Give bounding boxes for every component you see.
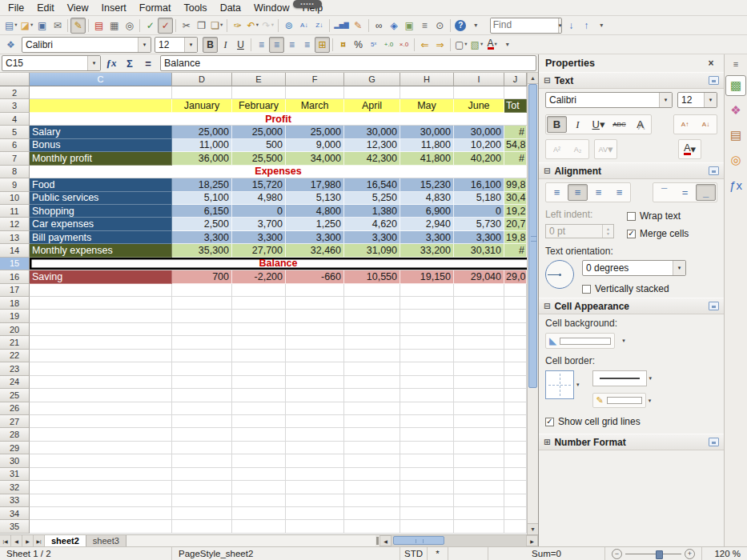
grid-cell[interactable]: 4,800 — [286, 205, 344, 218]
page-style-indicator[interactable]: PageStyle_sheet2 — [172, 547, 400, 560]
total-cell[interactable]: # — [504, 244, 527, 257]
grid-cell[interactable] — [30, 323, 172, 336]
total-cell[interactable]: # — [504, 126, 527, 138]
print-preview-icon[interactable]: ◎ — [122, 18, 137, 34]
grid-cell[interactable]: 29,040 — [454, 270, 504, 283]
percent-icon[interactable]: % — [351, 37, 366, 53]
grid-cell[interactable] — [344, 494, 400, 507]
grid-cell[interactable] — [172, 336, 232, 349]
font-color-icon[interactable]: A▾ — [484, 37, 500, 53]
grid-cell[interactable] — [504, 310, 527, 322]
total-cell[interactable]: 19,8 — [504, 231, 527, 244]
month-header[interactable]: April — [344, 99, 400, 112]
align-center-icon[interactable]: ≡ — [269, 37, 284, 53]
row-header-32[interactable]: 32 — [0, 481, 30, 494]
row-header-20[interactable]: 20 — [0, 323, 30, 336]
grid-cell[interactable]: 15,230 — [400, 178, 454, 191]
zoom-in-icon[interactable]: + — [685, 549, 695, 559]
grid-cell[interactable] — [30, 389, 172, 402]
save-icon[interactable]: ▣ — [34, 18, 50, 34]
hscroll-left-icon[interactable]: ◀ — [380, 535, 392, 546]
grid-cell[interactable] — [454, 350, 504, 362]
orientation-combo[interactable]: 0 degrees ▾ — [582, 260, 686, 276]
grid-cell[interactable] — [344, 454, 400, 467]
scroll-down-icon[interactable]: ▼ — [528, 523, 538, 534]
find-dropdown-icon[interactable]: ▾ — [558, 18, 562, 33]
grid-cell[interactable] — [232, 520, 286, 533]
grid-cell[interactable] — [400, 468, 454, 481]
more-options-icon[interactable] — [709, 166, 719, 175]
grid-cell[interactable] — [30, 468, 172, 481]
underline-icon[interactable]: U — [233, 37, 248, 53]
grid-cell[interactable]: 10,200 — [454, 139, 504, 152]
total-cell[interactable]: 54,8 — [504, 139, 527, 152]
grid-cell[interactable] — [286, 284, 344, 297]
grid-cell[interactable] — [286, 376, 344, 389]
grid-cell[interactable] — [30, 481, 172, 494]
zoom-out-icon[interactable]: − — [612, 549, 622, 559]
grid-cell[interactable]: 3,300 — [454, 231, 504, 244]
grid-cell[interactable] — [400, 415, 454, 428]
grid-cell[interactable]: -660 — [286, 270, 344, 283]
auto-spellcheck-icon[interactable]: ✓ — [158, 18, 173, 34]
grid-cell[interactable] — [286, 323, 344, 336]
grid-cell[interactable]: 30,310 — [454, 244, 504, 257]
export-pdf-icon[interactable]: ▤ — [91, 18, 106, 34]
row-header-16[interactable]: 16 — [0, 270, 30, 283]
insert-mode-indicator[interactable]: STD — [400, 547, 428, 560]
toolbar-overflow-icon[interactable]: ▾ — [468, 18, 484, 34]
sidebar-close-icon[interactable]: × — [705, 58, 717, 69]
sidebar-font-name-dropdown-icon[interactable]: ▾ — [659, 93, 672, 107]
grid-cell[interactable]: 40,200 — [454, 152, 504, 165]
column-header-E[interactable]: E — [232, 73, 286, 86]
row-header-2[interactable]: 2 — [0, 86, 30, 99]
grid-cell[interactable]: 19,150 — [400, 270, 454, 283]
total-cell[interactable]: # — [504, 152, 527, 165]
column-header-G[interactable]: G — [344, 73, 400, 86]
grid-cell[interactable] — [172, 376, 232, 389]
grid-cell[interactable] — [232, 310, 286, 322]
total-cell[interactable]: 29,0 — [504, 270, 527, 283]
grid-cell[interactable] — [344, 468, 400, 481]
row-header-31[interactable]: 31 — [0, 468, 30, 481]
row-header-27[interactable]: 27 — [0, 415, 30, 428]
grid-cell[interactable] — [286, 415, 344, 428]
grid-cell[interactable]: 9,000 — [286, 139, 344, 152]
grid-cell[interactable]: 41,800 — [400, 152, 454, 165]
grid-cell[interactable] — [400, 428, 454, 441]
total-cell[interactable]: 20,7 — [504, 218, 527, 230]
grid-cell[interactable]: 16,100 — [454, 178, 504, 191]
grid-cell[interactable] — [454, 362, 504, 375]
grid-cell[interactable]: 30,000 — [400, 126, 454, 138]
align-right-icon[interactable]: ≡ — [284, 37, 299, 53]
grid-cell[interactable] — [344, 350, 400, 362]
grid-cell[interactable] — [454, 442, 504, 454]
row-header-25[interactable]: 25 — [0, 389, 30, 402]
grid-cell[interactable] — [172, 415, 232, 428]
grid-cell[interactable] — [344, 442, 400, 454]
align-justify-icon[interactable]: ≡ — [609, 184, 629, 201]
grid-cell[interactable] — [30, 310, 172, 322]
align-left-icon[interactable]: ≡ — [254, 37, 269, 53]
grid-cell[interactable]: 11,000 — [172, 139, 232, 152]
menu-data[interactable]: Data — [214, 1, 247, 15]
dropdown-arrow-icon[interactable]: ▾ — [600, 118, 605, 130]
grid-cell[interactable] — [232, 468, 286, 481]
font-name-combo[interactable]: Calibri ▾ — [22, 37, 151, 53]
grid-cell[interactable]: 5,250 — [344, 192, 400, 205]
sidebar-font-size-dropdown-icon[interactable]: ▾ — [704, 93, 717, 107]
align-vcenter-icon[interactable]: = — [675, 184, 695, 201]
sheet-nav-icon-1[interactable]: ◀ — [11, 535, 22, 546]
grid-cell[interactable]: 3,300 — [286, 231, 344, 244]
grid-cell[interactable] — [286, 520, 344, 533]
grid-cell[interactable]: 1,250 — [286, 218, 344, 230]
grid-cell[interactable] — [344, 376, 400, 389]
line-color-button[interactable]: ✎ — [592, 393, 646, 408]
character-shadow-icon[interactable]: A — [630, 116, 650, 133]
grid-cell[interactable] — [454, 389, 504, 402]
grid-cell[interactable]: 10,550 — [344, 270, 400, 283]
grid-cell[interactable] — [504, 402, 527, 415]
menu-insert[interactable]: Insert — [95, 1, 133, 15]
grid-cell[interactable] — [504, 389, 527, 402]
grid-cell[interactable]: 15,720 — [232, 178, 286, 191]
